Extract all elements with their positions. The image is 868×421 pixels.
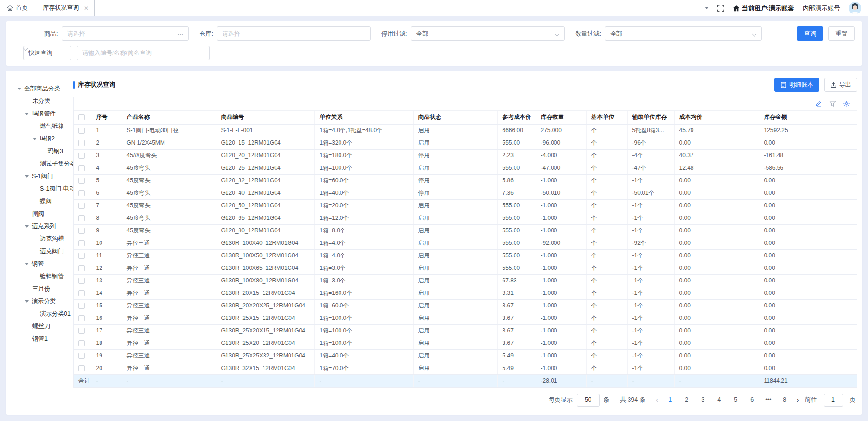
fullscreen-icon[interactable] bbox=[717, 5, 724, 12]
page-number[interactable]: 6 bbox=[746, 396, 758, 403]
row-checkbox[interactable] bbox=[78, 365, 85, 371]
filter-funnel-icon[interactable] bbox=[829, 100, 836, 107]
row-checkbox[interactable] bbox=[78, 140, 85, 146]
row-checkbox[interactable] bbox=[78, 328, 85, 334]
tree-node-label: 未分类 bbox=[32, 97, 50, 105]
row-checkbox[interactable] bbox=[78, 278, 85, 284]
search-button[interactable]: 查询 bbox=[797, 26, 823, 41]
page-number[interactable]: 1 bbox=[664, 396, 677, 403]
tree-node[interactable]: 玛钢管件 bbox=[6, 107, 73, 120]
table-cell: 15 bbox=[91, 299, 122, 312]
product-more-icon[interactable]: ••• bbox=[178, 32, 183, 36]
product-select[interactable]: 请选择 ••• bbox=[62, 26, 189, 41]
table-cell: 0.00 bbox=[674, 274, 759, 287]
detail-ledger-button[interactable]: 明细账本 bbox=[774, 78, 819, 92]
row-checkbox[interactable] bbox=[78, 265, 85, 271]
row-checkbox[interactable] bbox=[78, 340, 85, 346]
tree-node[interactable]: 迈克系列 bbox=[6, 220, 73, 232]
tree-node[interactable]: 闸阀 bbox=[6, 207, 73, 220]
tree-expand-icon[interactable] bbox=[25, 263, 29, 265]
warehouse-select[interactable]: 请选择 bbox=[217, 26, 371, 41]
settings-gear-icon[interactable] bbox=[843, 100, 850, 107]
row-checkbox[interactable] bbox=[78, 203, 85, 209]
quick-query-input[interactable]: 请输入编号/名称/简名查询 bbox=[77, 46, 210, 60]
row-checkbox[interactable] bbox=[78, 228, 85, 234]
qty-filter-select[interactable]: 全部 bbox=[605, 26, 762, 41]
tree-node[interactable]: 玛钢3 bbox=[6, 145, 73, 157]
page-number[interactable]: 4 bbox=[713, 396, 726, 403]
tree-node[interactable]: 燃气纸箱 bbox=[6, 120, 73, 132]
tree-node[interactable]: 演示分类01 bbox=[6, 307, 73, 320]
nav-home[interactable]: 首页 bbox=[0, 0, 37, 16]
row-checkbox[interactable] bbox=[78, 240, 85, 246]
account-name[interactable]: 内部演示账号 bbox=[803, 4, 840, 13]
per-page-label: 每页显示 bbox=[549, 396, 573, 404]
table-header-row: 序号产品名称商品编号单位关系商品状态参考成本价库存数量基本单位辅助单位库存成本均… bbox=[74, 111, 857, 124]
row-checkbox[interactable] bbox=[78, 315, 85, 321]
table-cell: 40.37 bbox=[674, 149, 759, 162]
tree-node[interactable]: 迈克沟槽 bbox=[6, 232, 73, 245]
tree-node[interactable]: 玛钢2 bbox=[6, 132, 73, 145]
tree-node[interactable]: 钢管1 bbox=[6, 332, 73, 345]
table-cell: 异径三通 bbox=[122, 299, 216, 312]
tabs-dropdown-icon[interactable] bbox=[705, 7, 709, 9]
tree-node[interactable]: 未分类 bbox=[6, 95, 73, 107]
table-cell: 个 bbox=[586, 349, 627, 362]
table-cell: 个 bbox=[586, 124, 627, 137]
page-number[interactable]: 8 bbox=[779, 396, 791, 403]
export-button[interactable]: 导出 bbox=[824, 78, 857, 92]
home-label: 首页 bbox=[16, 4, 28, 12]
per-page-input[interactable]: 50 bbox=[577, 394, 600, 407]
tab-close-icon[interactable]: ✕ bbox=[84, 5, 88, 12]
tenant-label: 当前租户:演示账套 bbox=[742, 4, 794, 13]
quick-query-select[interactable]: 快速查询 bbox=[23, 46, 71, 60]
row-checkbox[interactable] bbox=[78, 153, 85, 159]
tree-expand-icon[interactable] bbox=[25, 225, 29, 228]
table-cell: G130R_25X20X15_12RM01G04 bbox=[216, 324, 314, 337]
stop-filter-select[interactable]: 全部 bbox=[411, 26, 565, 41]
page-number[interactable]: 3 bbox=[697, 396, 709, 403]
tree-node[interactable]: 钢管 bbox=[6, 257, 73, 270]
tree-expand-icon[interactable] bbox=[17, 88, 21, 90]
page-number[interactable]: 5 bbox=[730, 396, 742, 403]
goto-page-input[interactable]: 1 bbox=[824, 394, 843, 407]
avatar[interactable] bbox=[849, 2, 861, 14]
row-checkbox[interactable] bbox=[78, 165, 85, 171]
tree-node[interactable]: 演示分类 bbox=[6, 295, 73, 307]
row-checkbox[interactable] bbox=[78, 303, 85, 309]
tab-inventory-status[interactable]: 库存状况查询 ✕ bbox=[37, 0, 95, 16]
goto-unit: 页 bbox=[850, 396, 856, 404]
tree-node-label: S-1阀门-电动 bbox=[40, 185, 73, 193]
row-checkbox[interactable] bbox=[78, 253, 85, 259]
tree-node[interactable]: 迈克阀门 bbox=[6, 245, 73, 257]
tree-expand-icon[interactable] bbox=[33, 138, 37, 140]
prev-page-icon[interactable]: ‹ bbox=[654, 396, 660, 404]
tree-node[interactable]: 镀锌钢管 bbox=[6, 270, 73, 282]
table-cell: 3 bbox=[91, 149, 122, 162]
row-checkbox[interactable] bbox=[78, 353, 85, 359]
tree-node[interactable]: S-1阀门 bbox=[6, 170, 73, 182]
row-checkbox[interactable] bbox=[78, 178, 85, 184]
edit-icon[interactable] bbox=[815, 100, 822, 107]
page-ellipsis[interactable]: ••• bbox=[762, 396, 775, 403]
reset-button[interactable]: 重置 bbox=[828, 26, 855, 41]
row-checkbox[interactable] bbox=[78, 128, 85, 134]
row-checkbox[interactable] bbox=[78, 215, 85, 221]
table-cell: -1个 bbox=[627, 212, 674, 224]
tree-expand-icon[interactable] bbox=[25, 300, 29, 303]
next-page-icon[interactable]: › bbox=[795, 396, 801, 404]
page-number[interactable]: 2 bbox=[680, 396, 693, 403]
tree-node-label: 演示分类 bbox=[32, 297, 56, 306]
tree-node[interactable]: 三月份 bbox=[6, 282, 73, 295]
tree-expand-icon[interactable] bbox=[25, 175, 29, 178]
tree-node[interactable]: 螺丝刀 bbox=[6, 320, 73, 332]
table-cell: 1箱=4.0个,1托盘=48.0个 bbox=[314, 124, 413, 137]
tree-node[interactable]: 蝶阀 bbox=[6, 195, 73, 207]
tree-node[interactable]: 测试子集分类 bbox=[6, 157, 73, 170]
tree-node[interactable]: S-1阀门-电动 bbox=[6, 182, 73, 195]
select-all-checkbox[interactable] bbox=[78, 114, 85, 120]
row-checkbox[interactable] bbox=[78, 290, 85, 296]
tree-node[interactable]: 全部商品分类 bbox=[6, 82, 73, 95]
row-checkbox[interactable] bbox=[78, 190, 85, 196]
tree-expand-icon[interactable] bbox=[25, 113, 29, 115]
